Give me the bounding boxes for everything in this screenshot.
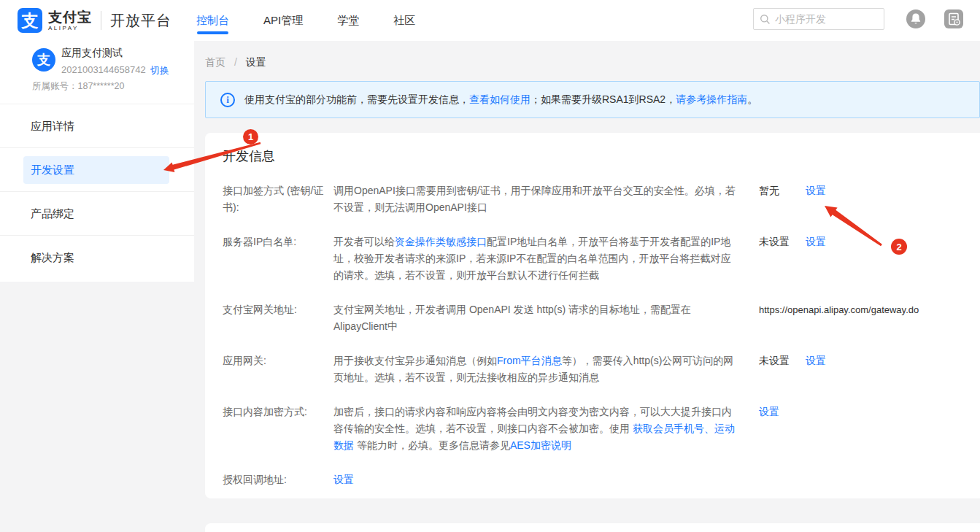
setup-link[interactable]: 设置 — [806, 185, 826, 196]
dev-info-row: 接口加签方式 (密钥/证书):调用OpenAPI接口需要用到密钥/证书，用于保障… — [223, 182, 962, 216]
account-label: 所属账号： — [32, 81, 78, 91]
setup-link[interactable]: 设置 — [806, 236, 826, 247]
info-icon: i — [220, 93, 235, 107]
notification-bell-icon[interactable] — [906, 9, 925, 28]
row-label: 授权回调地址: — [223, 471, 333, 488]
annotation-step-2-badge: 2 — [891, 239, 907, 255]
search-icon — [760, 14, 771, 25]
nav-item[interactable]: API管理 — [263, 0, 303, 41]
logo-divider — [101, 11, 101, 30]
dev-info-rows: 接口加签方式 (密钥/证书):调用OpenAPI接口需要用到密钥/证书，用于保障… — [223, 182, 962, 488]
row-status: 未设置 — [759, 352, 806, 369]
brand-name: 支付宝 — [48, 10, 92, 24]
alipay-logo[interactable]: 支 支付宝 ALIPAY 开放平台 — [18, 8, 171, 33]
row-status: 暂无 — [759, 182, 806, 199]
inline-link[interactable]: AES加密说明 — [510, 439, 571, 451]
row-label: 支付宝网关地址: — [223, 301, 333, 318]
nav-item[interactable]: 学堂 — [337, 0, 359, 41]
nav-item[interactable]: 控制台 — [196, 0, 229, 41]
row-description: 支付宝网关地址，开发者调用 OpenAPI 发送 http(s) 请求的目标地址… — [333, 301, 759, 335]
banner-text: 使用支付宝的部分功能前，需要先设置开发信息，查看如何使用；如果需要升级RSA1到… — [244, 93, 757, 107]
sidebar-menu: 应用详情开发设置产品绑定解决方案 — [0, 104, 194, 279]
dev-info-row: 授权回调地址:设置 — [223, 471, 962, 488]
app-info: 支 应用支付测试 2021003144658742 切换 所属账号：187***… — [0, 41, 194, 104]
breadcrumb-current: 设置 — [246, 56, 266, 68]
breadcrumb: 首页 / 设置 — [205, 56, 266, 69]
inline-link[interactable]: 资金操作类敏感接口 — [395, 236, 487, 247]
dev-info-row: 应用网关:用于接收支付宝异步通知消息（例如From平台消息等），需要传入http… — [223, 352, 962, 386]
row-value: https://openapi.alipay.com/gateway.do — [759, 301, 806, 318]
inline-link[interactable]: 查看如何使用 — [469, 93, 530, 105]
setup-link[interactable]: 设置 — [759, 406, 779, 417]
dev-info-card: 开发信息 接口加签方式 (密钥/证书):调用OpenAPI接口需要用到密钥/证书… — [205, 133, 980, 498]
switch-app-link[interactable]: 切换 — [150, 64, 169, 77]
row-label: 接口内容加密方式: — [223, 404, 333, 420]
section-title: 开发信息 — [223, 147, 962, 165]
app-id: 2021003144658742 — [61, 64, 146, 75]
breadcrumb-home[interactable]: 首页 — [205, 56, 225, 68]
dev-info-row: 支付宝网关地址:支付宝网关地址，开发者调用 OpenAPI 发送 http(s)… — [223, 301, 962, 335]
account-value: 187******20 — [78, 81, 125, 91]
document-badge-icon[interactable] — [944, 9, 963, 28]
app-name: 应用支付测试 — [61, 47, 123, 60]
top-header: 支 支付宝 ALIPAY 开放平台 控制台API管理学堂社区 — [0, 0, 980, 41]
header-search[interactable] — [753, 8, 884, 30]
sidebar: 支 应用支付测试 2021003144658742 切换 所属账号：187***… — [0, 41, 194, 282]
sidebar-menu-item[interactable]: 解决方案 — [0, 235, 194, 279]
inline-link[interactable]: 请参考操作指南 — [676, 93, 747, 105]
row-description: 设置 — [333, 471, 759, 488]
sidebar-menu-item[interactable]: 应用详情 — [0, 104, 194, 147]
row-label: 服务器IP白名单: — [223, 234, 333, 250]
row-status: 未设置 — [759, 234, 806, 250]
setup-link[interactable]: 设置 — [333, 474, 354, 485]
row-description: 开发者可以给资金操作类敏感接口配置IP地址白名单，开放平台将基于开发者配置的IP… — [333, 234, 759, 284]
setup-link[interactable]: 设置 — [806, 355, 826, 366]
row-description: 加密后，接口的请求内容和响应内容将会由明文内容变为密文内容，可以大大提升接口内容… — [333, 404, 759, 454]
info-banner: i 使用支付宝的部分功能前，需要先设置开发信息，查看如何使用；如果需要升级RSA… — [205, 81, 980, 118]
row-description: 调用OpenAPI接口需要用到密钥/证书，用于保障应用和开放平台交互的安全性。必… — [333, 182, 759, 216]
row-label: 应用网关: — [223, 352, 333, 369]
brand-name-en: ALIPAY — [48, 26, 92, 31]
app-avatar: 支 — [32, 48, 55, 72]
annotation-step-1-badge: 1 — [243, 129, 258, 144]
inline-link[interactable]: From平台消息 — [497, 355, 562, 366]
top-nav: 控制台API管理学堂社区 — [196, 0, 450, 41]
nav-item[interactable]: 社区 — [393, 0, 415, 41]
breadcrumb-separator: / — [234, 56, 237, 68]
sidebar-menu-item[interactable]: 产品绑定 — [0, 191, 194, 235]
next-section-card — [205, 523, 980, 532]
alipay-logo-icon: 支 — [18, 8, 42, 33]
row-label: 接口加签方式 (密钥/证书): — [223, 182, 333, 216]
dev-info-row: 接口内容加密方式:加密后，接口的请求内容和响应内容将会由明文内容变为密文内容，可… — [223, 404, 962, 454]
sidebar-menu-item[interactable]: 开发设置 — [0, 147, 194, 191]
platform-title: 开放平台 — [110, 11, 171, 31]
search-input[interactable] — [775, 13, 877, 25]
row-description: 用于接收支付宝异步通知消息（例如From平台消息等），需要传入http(s)公网… — [333, 352, 759, 386]
dev-info-row: 服务器IP白名单:开发者可以给资金操作类敏感接口配置IP地址白名单，开放平台将基… — [223, 234, 962, 284]
